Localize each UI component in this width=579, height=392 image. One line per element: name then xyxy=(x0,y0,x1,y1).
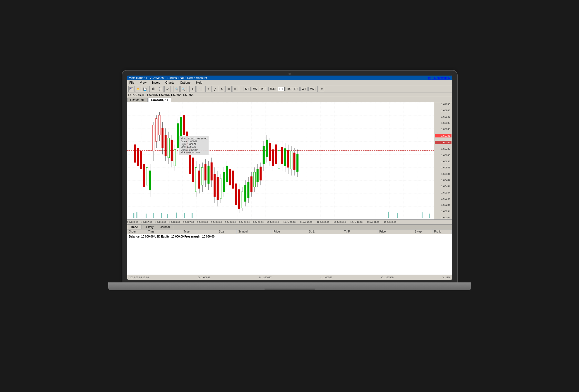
col-swap: Swap xyxy=(413,229,433,234)
crosshair-btn[interactable]: ✛ xyxy=(189,86,196,92)
status-volume: V: 195 xyxy=(443,276,450,279)
svg-rect-128 xyxy=(287,151,289,168)
menu-charts[interactable]: Charts xyxy=(164,81,175,84)
svg-rect-46 xyxy=(162,128,164,148)
save-btn[interactable]: 💾 xyxy=(142,86,148,92)
time-label-2: 4 Jul 15:00 xyxy=(155,221,166,223)
levels-btn[interactable]: ≡ xyxy=(232,86,238,92)
time-axis: 3 Jul 23:00 4 Jul 07:00 4 Jul 15:00 4 Ju… xyxy=(127,219,452,224)
sep6 xyxy=(317,86,318,92)
col-symbol: Symbol xyxy=(237,229,272,234)
new-chart-btn[interactable] xyxy=(128,86,134,92)
chart-ohlc: EUXAUD,H1 1.60756 1.60756 1.60754 1.6075… xyxy=(128,93,194,96)
terminal-body: Balance: 10 000.00 USD Equity: 10 000.00… xyxy=(127,234,452,275)
svg-rect-112 xyxy=(263,146,265,164)
menu-insert[interactable]: Insert xyxy=(151,81,161,84)
chart-area[interactable]: Time: 2024.07.06 15:00 Open: 1.60662 Hig… xyxy=(127,102,434,219)
time-label-14: 12 Jul 08:00 xyxy=(334,221,346,223)
laptop-container: MetaTrader 4 - 7C363556 - Exness-Trial9:… xyxy=(94,71,485,321)
tf-mn[interactable]: MN xyxy=(308,87,316,91)
tf-w1[interactable]: W1 xyxy=(300,87,308,91)
tf-m1[interactable]: M1 xyxy=(244,87,251,91)
price-1.61033: 1.61033 xyxy=(435,103,451,106)
svg-rect-64 xyxy=(189,148,191,174)
svg-rect-15 xyxy=(136,212,137,218)
svg-rect-86 xyxy=(223,172,225,192)
svg-rect-96 xyxy=(238,190,240,209)
chart-tab-fr40m[interactable]: FR40m, H1 xyxy=(127,98,148,102)
svg-rect-94 xyxy=(235,184,237,205)
zoom-in-btn[interactable]: 🔍 xyxy=(174,86,180,92)
col-price2: Price xyxy=(378,229,413,234)
svg-rect-36 xyxy=(146,167,148,185)
menu-view[interactable]: View xyxy=(139,81,148,84)
period-sep-btn[interactable]: ⋮ xyxy=(196,86,202,92)
camera-notch xyxy=(289,73,291,75)
svg-rect-114 xyxy=(266,140,268,157)
svg-rect-18 xyxy=(161,213,162,218)
zoom-out-btn[interactable]: 🔍 xyxy=(180,86,186,92)
mqls-link[interactable]: MQLS.community xyxy=(428,76,450,79)
toolbar: 📂 💾 🔍 🔍 ✛ xyxy=(127,85,452,93)
line-chart-btn[interactable] xyxy=(164,86,170,92)
grid-btn[interactable]: ⊞ xyxy=(225,86,232,92)
bar-chart-btn[interactable] xyxy=(151,86,157,92)
svg-rect-130 xyxy=(290,151,292,169)
time-label-6: 8 Jul 00:00 xyxy=(211,221,222,223)
price-1.60334: 1.60334 xyxy=(435,197,451,200)
svg-rect-5 xyxy=(153,88,154,90)
menu-bar: File View Insert Charts Options Help xyxy=(127,80,452,85)
sep2 xyxy=(172,86,172,92)
svg-rect-26 xyxy=(429,214,430,218)
text-btn[interactable]: A xyxy=(219,86,225,92)
line-tool-btn[interactable]: ╱ xyxy=(212,86,218,92)
svg-rect-10 xyxy=(161,88,161,90)
cursor-btn[interactable]: ↖ xyxy=(205,86,212,92)
svg-rect-66 xyxy=(192,158,194,182)
tf-h1[interactable]: H1 xyxy=(278,87,285,91)
candle-btn[interactable] xyxy=(158,86,164,92)
terminal-tab-trade[interactable]: Trade xyxy=(127,225,142,229)
time-label-11: 11 Jul 09:00 xyxy=(284,221,296,223)
svg-rect-92 xyxy=(232,171,234,188)
terminal-panel: Trade History Journal Order Time Type Si… xyxy=(127,224,452,275)
time-label-17: 15 Jul 09:00 xyxy=(384,221,396,223)
menu-help[interactable]: Help xyxy=(195,81,204,84)
svg-rect-106 xyxy=(253,172,255,187)
svg-rect-48 xyxy=(165,135,167,156)
col-size: Size xyxy=(217,229,237,234)
col-order: Order xyxy=(127,229,147,234)
tf-d1[interactable]: D1 xyxy=(293,87,300,91)
chart-tab-euxaud[interactable]: EUXAUD, H1 xyxy=(148,98,171,102)
svg-rect-30 xyxy=(137,148,139,166)
price-1.60284: 1.60284 xyxy=(435,204,451,206)
svg-rect-104 xyxy=(250,176,252,192)
svg-rect-25 xyxy=(422,212,422,218)
terminal-tab-history[interactable]: History xyxy=(141,225,157,229)
svg-rect-118 xyxy=(272,149,274,166)
open-btn[interactable]: 📂 xyxy=(135,86,141,92)
time-label-7: 8 Jul 08:00 xyxy=(225,221,236,223)
svg-rect-72 xyxy=(201,167,203,185)
sep3 xyxy=(188,86,188,92)
tf-m5[interactable]: M5 xyxy=(251,87,258,91)
time-label-15: 12 Jul 16:00 xyxy=(350,221,363,223)
chart-container: EUXAUD,H1 1.60756 1.60756 1.60754 1.6075… xyxy=(127,93,452,275)
status-high: H: 1.60677 xyxy=(259,276,272,279)
price-1.60583: 1.60583 xyxy=(435,166,451,169)
terminal-tab-journal[interactable]: Journal xyxy=(157,225,173,229)
col-profit: Profit xyxy=(433,229,452,234)
svg-rect-102 xyxy=(247,182,249,198)
svg-rect-82 xyxy=(217,177,218,200)
tf-m30[interactable]: M30 xyxy=(268,87,277,91)
templates-btn[interactable]: ⊞ xyxy=(319,86,325,92)
tf-h4[interactable]: H4 xyxy=(285,87,292,91)
menu-options[interactable]: Options xyxy=(179,81,192,84)
svg-rect-23 xyxy=(388,212,389,218)
menu-file[interactable]: File xyxy=(128,81,136,84)
price-1.60234: 1.60234 xyxy=(435,210,451,213)
terminal-header: Order Time Type Size Symbol Price S / L … xyxy=(127,229,452,234)
col-sl: S / L xyxy=(307,229,342,234)
tf-m15[interactable]: M15 xyxy=(259,87,268,91)
svg-rect-21 xyxy=(184,213,185,218)
